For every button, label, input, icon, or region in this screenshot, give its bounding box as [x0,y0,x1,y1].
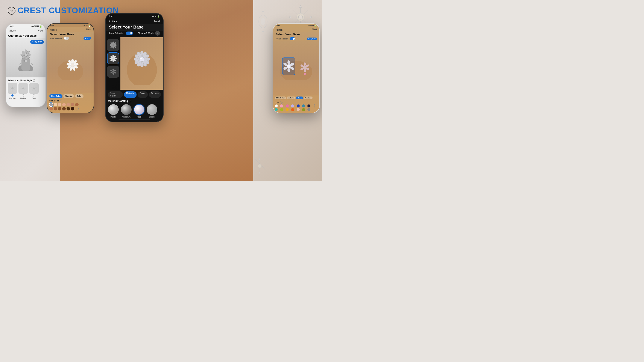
color-add-button[interactable]: + [313,104,316,107]
phone4-tab-skin[interactable]: Skin Color [275,96,286,99]
phone3-area-toggle[interactable] [126,31,133,35]
skin-swatch-12[interactable] [66,107,70,110]
material-plastic[interactable]: Plastic [108,104,119,118]
phone2-area-selection-row: Area Selection ✦ Tr... [47,37,94,41]
phone2-tab-color[interactable]: Color [75,94,84,98]
phone3-close-ar-label: Close AR Mode [138,32,154,34]
thumb-item-3[interactable] [107,66,119,78]
svg-point-92 [112,68,114,71]
phone2-back-button[interactable]: ‹ Back [50,28,57,31]
color-dot-teal[interactable] [302,104,305,107]
phone4-back-button[interactable]: ‹ Back [276,28,282,31]
model-option-starvine[interactable]: Starvine [8,83,17,99]
model-radio-starbud [22,94,24,96]
model-thumb-petal [29,83,39,94]
material-pearl[interactable]: Pearl [134,104,144,118]
phone2-next-button[interactable]: Next [86,28,91,31]
skin-swatch-2[interactable] [54,103,57,106]
phone4-next-button[interactable]: Next [312,28,317,31]
skin-swatch-11[interactable] [62,107,66,110]
svg-point-19 [262,31,264,32]
phone3-close-ar-button[interactable]: ✕ [155,31,160,35]
svg-point-61 [30,87,34,89]
phone3-back-button[interactable]: ‹ Back [109,19,117,23]
skin-swatch-3[interactable] [58,103,62,106]
phone4-area-toggle[interactable] [290,37,295,40]
color-dot-lavender[interactable] [291,104,294,107]
info-icon: ? [33,79,35,82]
svg-point-44 [12,89,13,92]
phone4-tab-color[interactable]: Color [296,96,303,99]
phone3-material-options: Plastic Aluminum Pearl Silicone [108,104,161,118]
color-dot-blue[interactable] [297,104,300,107]
svg-marker-13 [310,16,312,18]
color-dot-pink[interactable] [286,104,289,107]
svg-point-15 [261,17,265,25]
color-dot-peach[interactable] [297,108,300,111]
phone3-tab-skin[interactable]: Skin Color [108,91,123,98]
phone3-material-label: Material Coating ? [108,99,161,102]
color-dot-white[interactable] [275,104,278,107]
model-option-petal[interactable]: Petal [29,83,39,99]
skin-swatch-4[interactable] [62,103,66,106]
svg-line-51 [24,89,25,90]
model-radio-petal [33,94,35,96]
phone3-tab-material[interactable]: Material [124,91,136,98]
model-thumb-starvine [8,83,17,94]
material-silicone[interactable]: Silicone [146,104,157,118]
phone3-area-row: Area Selection Close AR Mode ✕ [106,31,163,37]
phone1-next-button[interactable]: Next [38,29,43,32]
svg-marker-25 [259,158,260,160]
phone2-tab-skin-color[interactable]: Skin Color [49,94,62,98]
color-dot-yellow-green[interactable] [302,108,305,111]
phone2-status-icons: ▪▪▪ WiFi 🔋 [82,25,90,27]
model-thumb-starbud [18,83,28,94]
phone3-close-ar-row: Close AR Mode ✕ [138,31,160,35]
svg-point-1 [298,15,303,19]
skin-swatch-8[interactable] [49,107,53,110]
color-dot-navy[interactable] [308,104,310,107]
material-aluminum[interactable]: Aluminum [121,104,132,118]
skin-swatch-13[interactable] [71,107,74,110]
phone1-bottom-section: Select Your Model Style ? Starvine [6,77,46,101]
phone3-status-icons: ▪▪▪ ≋ 🔋 [152,15,160,17]
phone-2: 9:41 ▪▪▪ WiFi 🔋 ‹ Back Next Select Your … [47,23,94,113]
phone2-tabs: Skin Color Material Color [47,93,94,99]
skin-swatch-9[interactable] [54,107,57,110]
phone3-bottom-panel: Skin Color Material Color Texture Materi… [106,90,163,122]
thumb-item-1[interactable] [107,39,119,51]
color-dot-gray[interactable] [308,108,310,111]
model-option-starbud[interactable]: Starbud [18,83,28,99]
phone3-tab-texture[interactable]: Texture [149,91,161,98]
skin-swatch-6[interactable] [71,103,74,106]
phone-3: 9:41 ▪▪▪ ≋ 🔋 ‹ Back Next Select Your Bas… [105,13,164,122]
color-dot-amber[interactable] [286,108,289,111]
skin-swatch-5[interactable] [66,103,70,106]
phone2-area-toggle[interactable] [64,37,69,40]
phone4-tab-texture[interactable]: Texture [304,96,312,99]
phone3-next-button[interactable]: Next [154,19,160,23]
phone3-scroll-indicator [118,119,150,119]
skin-swatch-7[interactable] [75,103,78,106]
skin-swatch-1[interactable] [49,103,53,106]
phone1-status-icons: ▪▪▪WiFi🔋 [31,25,42,28]
color-dot-orange[interactable] [291,108,294,111]
phone3-tab-color[interactable]: Color [138,91,148,98]
svg-marker-26 [259,172,260,174]
phone4-color-grid: + [275,104,318,111]
color-dot-green-teal[interactable] [275,108,278,111]
phone1-try-on-button[interactable]: ✦ Try It On [30,40,44,44]
color-dot-olive[interactable] [280,108,283,111]
phone2-try-on-button[interactable]: ✦ Tr... [84,37,91,40]
color-dot-pink-light[interactable] [280,104,283,107]
phone2-skin-color-info: ? [60,99,62,102]
phone2-tab-material[interactable]: Material [63,94,74,98]
svg-point-18 [262,11,264,12]
skin-swatch-add[interactable]: + [75,107,78,110]
phone4-try-on-button[interactable]: ✦ Try It On [307,37,317,40]
jewel-decoration-br [253,157,266,175]
phone1-back-button[interactable]: ‹ Back [8,29,16,32]
thumb-item-2[interactable] [107,52,119,64]
skin-swatch-10[interactable] [58,107,62,110]
phone4-tab-material[interactable]: Material [286,96,296,99]
